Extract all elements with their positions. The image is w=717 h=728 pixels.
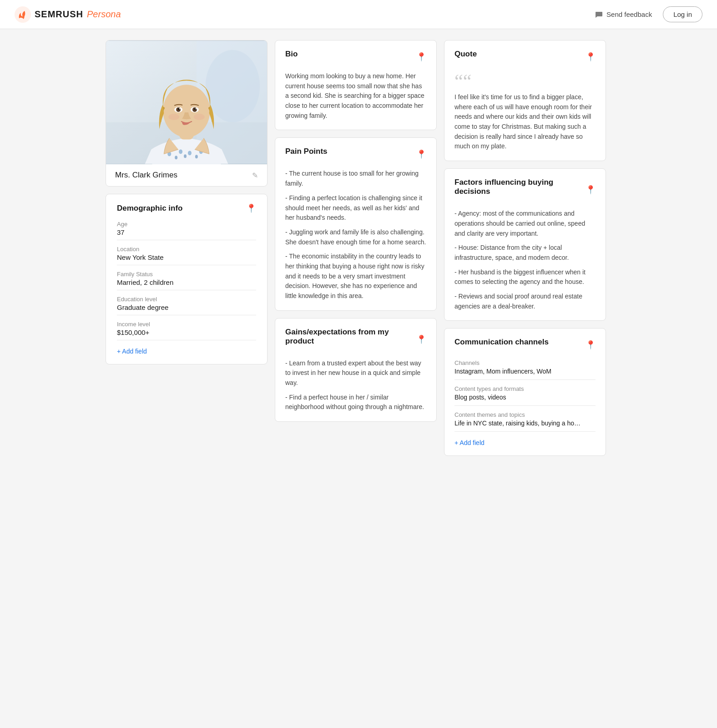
demographic-card: Demographic info 📍 Age37LocationNew York… [106, 194, 268, 364]
svg-point-14 [163, 85, 210, 137]
quote-title-row: Quote 📍 [454, 50, 596, 64]
comm-pin-icon: 📍 [586, 340, 596, 350]
svg-point-9 [184, 154, 187, 158]
field-value: New York State [117, 253, 256, 265]
edit-icon[interactable]: ✎ [252, 171, 258, 180]
pain-body: - The current house is too small for her… [285, 169, 426, 301]
svg-point-22 [196, 108, 197, 109]
svg-point-23 [168, 114, 179, 120]
demographic-title-row: Demographic info 📍 [117, 203, 256, 213]
factors-title: Factors influencing buying decisions [454, 178, 586, 196]
header-actions: Send feedback Log in [595, 6, 702, 22]
logo-brand-text: SEMRUSH [35, 9, 83, 20]
content-themes-group: Content themes and topics Life in NYC st… [454, 411, 596, 432]
comm-title-row: Communication channels 📍 [454, 338, 596, 352]
quote-card: Quote 📍 ““ I feel like it's time for us … [444, 40, 606, 161]
add-field-button[interactable]: + Add field [117, 348, 147, 355]
pain-pin-icon: 📍 [416, 149, 426, 159]
bio-pin-icon: 📍 [416, 52, 426, 62]
field-label: Income level [117, 321, 256, 328]
quote-mark: ““ [454, 71, 596, 91]
communication-card: Communication channels 📍 Channels Instag… [444, 328, 606, 456]
factors-body: - Agency: most of the communications and… [454, 209, 596, 311]
content-themes-value: Life in NYC state, raising kids, buying … [454, 420, 596, 432]
profile-photo [106, 40, 267, 164]
content-types-group: Content types and formats Blog posts, vi… [454, 385, 596, 406]
content-types-label: Content types and formats [454, 385, 596, 392]
bio-title-row: Bio 📍 [285, 50, 426, 64]
pin-icon: 📍 [246, 203, 256, 213]
field-value: Graduate degree [117, 303, 256, 315]
demographic-title: Demographic info [117, 204, 183, 213]
comm-title: Communication channels [454, 338, 549, 347]
svg-point-8 [179, 149, 182, 154]
demographic-fields: Age37LocationNew York StateFamily Status… [117, 221, 256, 340]
bio-title: Bio [285, 50, 298, 59]
profile-name: Mrs. Clark Grimes [115, 171, 177, 180]
field-value: $150,000+ [117, 329, 256, 340]
login-button[interactable]: Log in [663, 6, 702, 22]
feedback-icon [595, 10, 603, 19]
gains-card: Gains/expectations from my product 📍 - L… [275, 318, 437, 422]
channels-label: Channels [454, 359, 596, 366]
gains-title-row: Gains/expectations from my product 📍 [285, 328, 426, 351]
svg-point-24 [194, 114, 205, 120]
svg-point-7 [175, 156, 177, 159]
header: SEMRUSH Persona Send feedback Log in [0, 0, 717, 29]
bio-body: Working mom looking to buy a new home. H… [285, 71, 426, 121]
field-value: Married, 2 children [117, 278, 256, 290]
pain-title: Pain Points [285, 147, 328, 156]
content-themes-label: Content themes and topics [454, 411, 596, 418]
svg-point-11 [195, 155, 198, 158]
profile-name-row: Mrs. Clark Grimes ✎ [106, 164, 267, 186]
gains-pin-icon: 📍 [416, 334, 426, 344]
factors-card: Factors influencing buying decisions 📍 -… [444, 168, 606, 321]
field-value: 37 [117, 228, 256, 240]
comm-add-field-button[interactable]: + Add field [454, 439, 485, 446]
demographic-field: Income level$150,000+ [117, 321, 256, 340]
right-column: Quote 📍 ““ I feel like it's time for us … [444, 40, 606, 456]
pain-title-row: Pain Points 📍 [285, 147, 426, 162]
field-label: Education level [117, 296, 256, 303]
logo: SEMRUSH Persona [15, 6, 121, 23]
profile-photo-card: Mrs. Clark Grimes ✎ [106, 40, 268, 187]
demographic-field: Age37 [117, 221, 256, 240]
left-column: Mrs. Clark Grimes ✎ Demographic info 📍 A… [106, 40, 268, 456]
demographic-field: LocationNew York State [117, 246, 256, 265]
field-label: Age [117, 221, 256, 228]
content-types-value: Blog posts, videos [454, 394, 596, 406]
demographic-field: Family StatusMarried, 2 children [117, 271, 256, 290]
logo-persona-text: Persona [87, 9, 121, 20]
field-label: Location [117, 246, 256, 253]
svg-point-10 [188, 151, 192, 155]
svg-point-18 [179, 108, 180, 109]
channels-group: Channels Instagram, Mom influencers, WoM [454, 359, 596, 380]
send-feedback-button[interactable]: Send feedback [595, 10, 652, 19]
pain-points-card: Pain Points 📍 - The current house is too… [275, 137, 437, 310]
gains-body: - Learn from a trusted expert about the … [285, 359, 426, 412]
bio-card: Bio 📍 Working mom looking to buy a new h… [275, 40, 437, 130]
quote-title: Quote [454, 50, 477, 59]
factors-pin-icon: 📍 [586, 185, 596, 195]
semrush-logo-icon [15, 6, 31, 23]
svg-point-3 [206, 50, 260, 122]
factors-title-row: Factors influencing buying decisions 📍 [454, 178, 596, 202]
channels-value: Instagram, Mom influencers, WoM [454, 368, 596, 380]
main-grid: Mrs. Clark Grimes ✎ Demographic info 📍 A… [95, 29, 622, 467]
quote-body: I feel like it's time for us to find a b… [454, 92, 596, 152]
quote-pin-icon: 📍 [586, 52, 596, 62]
gains-title: Gains/expectations from my product [285, 328, 416, 346]
middle-column: Bio 📍 Working mom looking to buy a new h… [275, 40, 437, 456]
field-label: Family Status [117, 271, 256, 278]
profile-photo-svg [106, 40, 267, 164]
demographic-field: Education levelGraduate degree [117, 296, 256, 315]
